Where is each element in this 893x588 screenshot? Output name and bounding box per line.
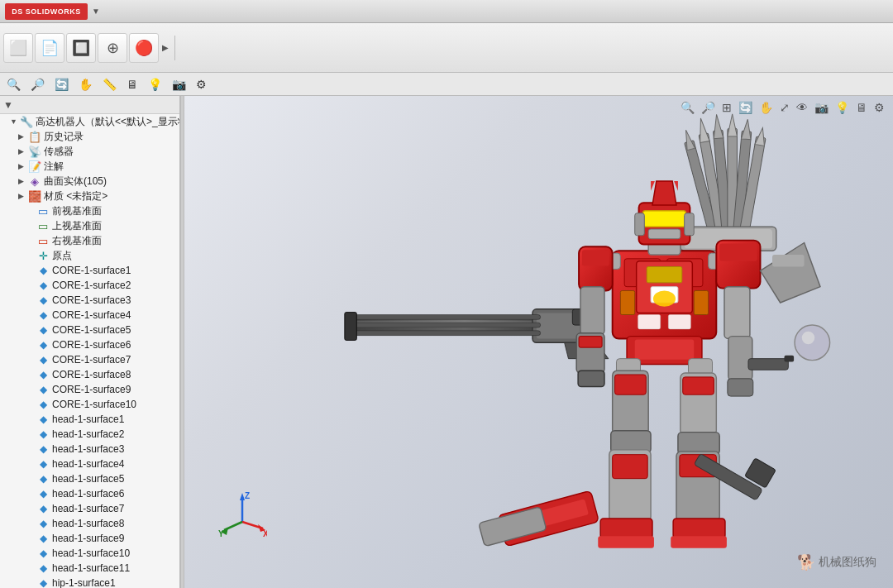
svg-marker-74 <box>651 181 655 191</box>
toolbar2-display-icon[interactable]: 🖥 <box>123 76 141 93</box>
svg-rect-5 <box>348 314 540 319</box>
svg-rect-60 <box>600 519 652 538</box>
tree-head1-surface6[interactable]: ◆ head-1-surface6 <box>0 486 179 501</box>
tree-head1-surface3[interactable]: ◆ head-1-surface3 <box>0 442 179 457</box>
vp-search-icon[interactable]: 🔍 <box>679 99 696 116</box>
tree-head1-surface1[interactable]: ◆ head-1-surface1 <box>0 412 179 427</box>
tree-material-item[interactable]: ▶ 🧱 材质 <未指定> <box>0 189 179 203</box>
material-label: 材质 <未指定> <box>44 189 107 203</box>
toolbar-rotate-button[interactable]: 🔴 <box>129 33 159 63</box>
head1-s7-label: head-1-surface7 <box>52 503 124 514</box>
tree-front-plane-item[interactable]: ▭ 前视基准面 <box>0 203 179 218</box>
vp-view-icon[interactable]: 👁 <box>795 99 809 116</box>
svg-rect-46 <box>784 355 794 361</box>
toolbar-open-button[interactable]: 📄 <box>35 33 64 63</box>
filter-icon[interactable]: ▼ <box>3 99 13 111</box>
tree-head1-surface5[interactable]: ◆ head-1-surface5 <box>0 471 179 486</box>
core1-s10-label: CORE-1-surface10 <box>52 399 136 410</box>
svg-marker-12 <box>681 128 695 150</box>
watermark-text: 机械图纸狗 <box>819 555 876 570</box>
svg-rect-63 <box>682 376 714 394</box>
svg-text:X: X <box>263 529 267 538</box>
toolbar2-pan-icon[interactable]: ✋ <box>75 76 96 93</box>
toolbar2-zoom-icon[interactable]: 🔎 <box>27 76 48 93</box>
toolbar2-rotate-icon[interactable]: 🔄 <box>51 76 72 93</box>
vp-camera-icon[interactable]: 📷 <box>813 99 830 116</box>
vp-display-icon[interactable]: 🖥 <box>854 99 869 116</box>
svg-rect-44 <box>727 378 752 395</box>
tree-core1-surface10[interactable]: ◆ CORE-1-surface10 <box>0 397 179 412</box>
tree-head1-surface7[interactable]: ◆ head-1-surface7 <box>0 501 179 516</box>
tree-core1-surface3[interactable]: ◆ CORE-1-surface3 <box>0 293 179 308</box>
tree-core1-surface5[interactable]: ◆ CORE-1-surface5 <box>0 323 179 337</box>
vp-fit-icon[interactable]: ⤢ <box>778 99 791 116</box>
tree-core1-surface8[interactable]: ◆ CORE-1-surface8 <box>0 367 179 382</box>
toolbar-snap-button[interactable]: ⊕ <box>98 33 127 63</box>
annotation-icon: 📝 <box>28 160 41 173</box>
svg-marker-14 <box>695 117 709 142</box>
tree-hip1-surface1[interactable]: ◆ hip-1-surface1 <box>0 576 179 588</box>
tree-root-label: 高达机器人（默认<<默认>_显示状态> <box>36 115 180 129</box>
head1-s8-icon: ◆ <box>36 518 50 529</box>
core1-s10-icon: ◆ <box>36 399 50 410</box>
tree-core1-surface9[interactable]: ◆ CORE-1-surface9 <box>0 382 179 397</box>
tree-history-item[interactable]: ▶ 📋 历史记录 <box>0 129 179 144</box>
svg-text:Z: Z <box>245 491 250 500</box>
tree-core1-surface4[interactable]: ◆ CORE-1-surface4 <box>0 308 179 323</box>
title-chevron[interactable]: ▼ <box>92 7 100 16</box>
origin-icon: ✛ <box>36 250 50 262</box>
svg-marker-73 <box>652 181 676 205</box>
right-plane-icon: ▭ <box>36 235 50 247</box>
svg-rect-42 <box>724 286 750 338</box>
toolbar-new-button[interactable]: ⬜ <box>3 33 33 63</box>
material-icon: 🧱 <box>28 190 41 203</box>
svg-rect-45 <box>748 358 788 370</box>
robot-svg <box>316 111 845 589</box>
3d-viewport[interactable]: 🔍 🔎 ⊞ 🔄 ✋ ⤢ 👁 📷 💡 🖥 ⚙ <box>184 96 893 588</box>
toolbar2-light-icon[interactable]: 💡 <box>145 76 165 93</box>
toolbar-save-button[interactable]: 🔲 <box>66 33 96 63</box>
tree-root-icon: 🔧 <box>20 116 33 128</box>
tree-core1-surface2[interactable]: ◆ CORE-1-surface2 <box>0 278 179 293</box>
core1-s3-label: CORE-1-surface3 <box>52 294 131 306</box>
tree-head1-surface9[interactable]: ◆ head-1-surface9 <box>0 531 179 546</box>
tree-annotation-item[interactable]: ▶ 📝 注解 <box>0 159 179 174</box>
sensor-arrow: ▶ <box>18 147 26 155</box>
vp-light-icon[interactable]: 💡 <box>833 99 851 116</box>
svg-point-31 <box>652 290 675 306</box>
toolbar2-search-icon[interactable]: 🔍 <box>3 76 24 93</box>
tree-surface-body-item[interactable]: ▶ ◈ 曲面实体(105) <box>0 174 179 189</box>
vp-rotate-icon[interactable]: 🔄 <box>737 99 754 116</box>
tree-head1-surface10[interactable]: ◆ head-1-surface10 <box>0 546 179 561</box>
tree-head1-surface11[interactable]: ◆ head-1-surface11 <box>0 561 179 576</box>
tree-core1-surface6[interactable]: ◆ CORE-1-surface6 <box>0 337 179 352</box>
svg-rect-43 <box>728 336 752 380</box>
watermark: 🐕 机械图纸狗 <box>797 553 876 571</box>
tree-sensor-item[interactable]: ▶ 📡 传感器 <box>0 144 179 159</box>
tree-right-plane-item[interactable]: ▭ 右视基准面 <box>0 233 179 248</box>
tree-head1-surface2[interactable]: ◆ head-1-surface2 <box>0 427 179 442</box>
tree-top-plane-item[interactable]: ▭ 上视基准面 <box>0 218 179 233</box>
tree-origin-item[interactable]: ✛ 原点 <box>0 248 179 263</box>
toolbar2-settings-icon[interactable]: ⚙ <box>193 76 210 93</box>
tree-head1-surface8[interactable]: ◆ head-1-surface8 <box>0 516 179 531</box>
tree-root-item[interactable]: ▼ 🔧 高达机器人（默认<<默认>_显示状态> <box>0 114 179 129</box>
toolbar2-camera-icon[interactable]: 📷 <box>169 76 189 93</box>
toolbar2-measure-icon[interactable]: 📏 <box>99 76 120 93</box>
top-plane-label: 上视基准面 <box>52 219 102 233</box>
surface-body-arrow: ▶ <box>18 177 26 185</box>
vp-area-zoom-icon[interactable]: ⊞ <box>720 99 733 116</box>
history-icon: 📋 <box>28 131 41 143</box>
head1-s5-icon: ◆ <box>36 473 50 485</box>
toolbar-expand-arrow[interactable]: ▶ <box>160 41 170 54</box>
tree-core1-surface1[interactable]: ◆ CORE-1-surface1 <box>0 263 179 278</box>
tree-head1-surface4[interactable]: ◆ head-1-surface4 <box>0 457 179 471</box>
vp-settings-icon[interactable]: ⚙ <box>872 99 886 116</box>
vp-zoom-icon[interactable]: 🔎 <box>700 99 717 116</box>
core1-s2-label: CORE-1-surface2 <box>52 280 131 291</box>
tree-core1-surface7[interactable]: ◆ CORE-1-surface7 <box>0 352 179 367</box>
svg-text:Y: Y <box>218 529 224 538</box>
vp-pan-icon[interactable]: ✋ <box>757 99 775 116</box>
watermark-icon: 🐕 <box>797 553 815 571</box>
svg-rect-78 <box>620 290 634 314</box>
